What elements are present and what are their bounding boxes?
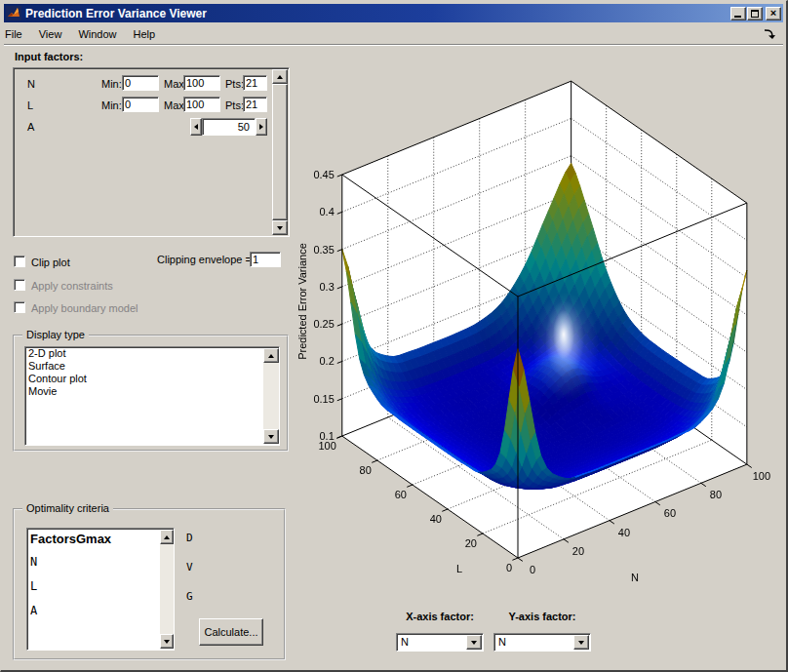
max-label-n: Max [164,78,184,90]
y-axis-factor-dropdown[interactable]: N [493,633,591,652]
min-field-l[interactable]: 0 [122,97,159,112]
chevron-down-icon [578,641,584,648]
minimize-button[interactable] [730,7,746,20]
scroll-down-button[interactable] [263,429,279,444]
dropdown-button[interactable] [573,635,589,650]
scroll-up-button[interactable] [272,69,288,84]
input-factors-scrollbar[interactable] [272,69,288,235]
slider-value-field[interactable]: 50 [202,118,256,136]
chevron-down-icon [471,641,477,648]
menu-window[interactable]: Window [78,26,125,42]
slider-right-button[interactable] [256,118,267,136]
optimality-item-a[interactable]: A [27,599,174,623]
header-gmax: Gmax [76,532,111,546]
arrow-right-icon [259,124,266,130]
criterion-v-label: V [186,561,193,573]
max-field-n[interactable]: 100 [183,75,220,91]
close-icon: × [767,7,780,19]
x-axis-factor-label: X-axis factor: [396,611,484,622]
title-bar[interactable]: Prediction Error Variance Viewer × [4,4,783,22]
arrow-up-icon [164,533,170,539]
menu-separator [4,44,783,46]
calculate-button[interactable]: Calculate... [199,618,263,646]
x-axis-factor-value: N [401,636,409,648]
optimality-criteria-group: Optimality criteria FactorsGmax N L A D … [13,508,286,660]
criterion-g-label: G [186,590,193,603]
display-type-listbox[interactable]: 2-D plot Surface Contour plot Movie [24,346,280,446]
factor-name-a: A [27,121,34,133]
max-label-l: Max [164,99,184,111]
display-type-legend: Display type [22,329,89,340]
display-type-scrollbar[interactable] [263,348,279,444]
dock-figure-icon[interactable] [763,27,776,41]
arrow-down-icon [268,435,274,442]
scroll-down-button[interactable] [272,220,288,235]
optimality-header: FactorsGmax [27,529,174,550]
x-axis-factor-dropdown[interactable]: N [396,633,484,652]
optimality-legend: Optimality criteria [22,502,113,514]
matlab-icon [6,6,21,20]
apply-boundary-label: Apply boundary model [31,302,138,314]
clip-plot-label: Clip plot [31,257,70,268]
min-label-n: Min: [101,78,122,90]
scroll-up-button[interactable] [160,530,174,544]
pts-label-n: Pts: [225,78,244,90]
arrow-up-icon [277,72,283,79]
arrow-down-icon [164,640,170,647]
criterion-d-label: D [186,532,193,544]
list-item-contour[interactable]: Contour plot [25,373,279,385]
pts-field-n[interactable]: 21 [243,75,267,91]
arrow-up-icon [268,351,274,358]
dropdown-button[interactable] [466,635,482,650]
apply-boundary-checkbox [14,301,25,313]
clip-plot-checkbox[interactable] [14,256,25,267]
menu-bar: File View Window Help [5,24,782,43]
maximize-icon [751,10,759,18]
clipping-envelope-field[interactable]: 1 [250,252,281,267]
app-window: Prediction Error Variance Viewer × File … [0,0,788,672]
optimality-scrollbar[interactable] [160,530,174,649]
menu-view[interactable]: View [39,26,71,42]
apply-constraints-label: Apply constraints [31,280,113,292]
optimality-listbox[interactable]: FactorsGmax N L A [26,528,175,651]
close-button[interactable]: × [766,7,781,20]
arrow-left-icon [191,124,198,130]
window-title: Prediction Error Variance Viewer [25,7,729,20]
min-label-l: Min: [101,99,122,111]
y-axis-factor-label: Y-axis factor: [493,611,591,622]
input-factors-panel: N Min: 0 Max 100 Pts: 21 L Min: 0 Max 10… [13,67,290,237]
list-item-movie[interactable]: Movie [25,385,279,398]
scroll-up-button[interactable] [263,348,279,363]
pts-label-l: Pts: [225,99,244,111]
factor-name-n: N [27,78,35,90]
optimality-item-n[interactable]: N [27,550,174,574]
menu-file[interactable]: File [5,26,31,42]
slider-left-button[interactable] [190,118,202,136]
display-type-group: Display type 2-D plot Surface Contour pl… [13,335,289,452]
factor-name-l: L [27,99,33,111]
list-item-surface[interactable]: Surface [25,360,279,373]
scroll-down-button[interactable] [160,634,174,649]
minimize-icon [734,16,741,18]
min-field-n[interactable]: 0 [122,75,159,91]
arrow-down-icon [277,226,283,233]
input-factors-label: Input factors: [15,51,83,62]
scrollbar-thumb[interactable] [272,84,288,220]
y-axis-factor-value: N [498,636,506,648]
menu-help[interactable]: Help [134,26,165,42]
clipping-envelope-label: Clipping envelope = [157,254,252,265]
maximize-button[interactable] [747,7,763,20]
optimality-item-l[interactable]: L [27,574,174,599]
header-factors: Factors [30,532,76,546]
pts-field-l[interactable]: 21 [243,97,267,112]
max-field-l[interactable]: 100 [183,97,220,112]
list-item-2d-plot[interactable]: 2-D plot [25,347,279,360]
apply-constraints-checkbox [14,279,25,291]
pev-surface-plot [294,50,788,606]
